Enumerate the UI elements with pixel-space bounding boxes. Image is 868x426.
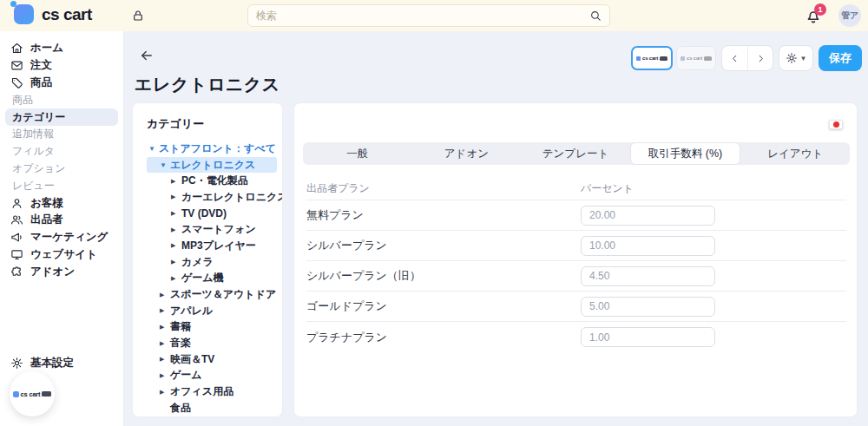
plan-label: シルバープラン xyxy=(306,238,581,253)
percent-input-5[interactable] xyxy=(581,327,715,347)
sidebar-subitem-categories[interactable]: カテゴリー xyxy=(5,108,118,126)
search-input[interactable] xyxy=(256,10,589,22)
triangle-right-icon[interactable]: ▶ xyxy=(171,242,181,249)
tab-commissions[interactable]: 取引手数料 (%) xyxy=(630,142,741,165)
next-button[interactable] xyxy=(747,46,773,70)
storefront-button-2[interactable]: cs cart xyxy=(676,46,716,70)
tree-item-label: ゲーム xyxy=(170,368,202,383)
percent-input-2[interactable] xyxy=(581,236,715,256)
tree-item[interactable]: 食品 xyxy=(147,400,282,416)
sidebar-item-label: アドオン xyxy=(30,265,75,279)
cscart-footer-logo[interactable]: cs cart xyxy=(10,371,55,416)
sidebar-subitem-filters[interactable]: フィルタ xyxy=(0,143,123,161)
triangle-right-icon[interactable]: ▶ xyxy=(160,356,170,363)
triangle-right-icon[interactable]: ▶ xyxy=(160,324,170,331)
settings-dropdown-button[interactable]: ▼ xyxy=(779,45,813,71)
tree-item-label: スマートフォン xyxy=(181,222,256,237)
tree-item-label: ゲーム機 xyxy=(181,271,224,285)
tree-item-label: 音楽 xyxy=(170,336,191,351)
tree-item[interactable]: ▶カーエレクトロニクス xyxy=(147,189,282,206)
triangle-right-icon[interactable]: ▶ xyxy=(160,292,170,298)
tree-item[interactable]: ▶ゲーム機 xyxy=(147,271,282,287)
tab-general[interactable]: 一般 xyxy=(303,142,412,165)
avatar[interactable]: 管ア xyxy=(838,4,861,27)
search-icon[interactable] xyxy=(589,10,602,22)
percent-input-1[interactable] xyxy=(581,206,715,226)
sidebar-item-marketing[interactable]: マーケティング xyxy=(0,229,123,246)
sidebar-item-label: ウェブサイト xyxy=(30,247,97,262)
triangle-right-icon[interactable]: ▶ xyxy=(160,389,170,396)
tab-addons[interactable]: アドオン xyxy=(412,142,522,165)
tree-item[interactable]: ▶MP3プレイヤー xyxy=(147,238,282,254)
tree-item-label: 書籍 xyxy=(170,319,191,334)
sidebar-item-settings[interactable]: 基本設定 xyxy=(0,354,123,371)
sidebar-item-orders[interactable]: 注文 xyxy=(0,57,123,75)
tree-item[interactable]: ▶カメラ xyxy=(147,254,282,271)
tab-layout[interactable]: レイアウト xyxy=(740,142,850,165)
sidebar-subitem-reviews[interactable]: レビュー xyxy=(0,177,123,194)
sidebar-item-vendors[interactable]: 出品者 xyxy=(0,212,123,229)
sidebar-item-customers[interactable]: お客様 xyxy=(0,194,123,212)
percent-input-4[interactable] xyxy=(581,297,715,317)
tree-item[interactable]: ▶アパレル xyxy=(147,303,282,319)
sidebar-subitem-additional[interactable]: 追加情報 xyxy=(0,126,123,143)
japan-flag-language-icon[interactable] xyxy=(829,120,843,129)
prev-button[interactable] xyxy=(722,46,747,70)
triangle-down-icon[interactable]: ▼ xyxy=(160,161,170,169)
triangle-right-icon[interactable]: ▶ xyxy=(171,178,181,185)
tree-item-label: MP3プレイヤー xyxy=(181,239,256,253)
commission-row: プラチナプラン xyxy=(306,322,846,352)
storefront-button-1[interactable]: cs cart xyxy=(631,46,673,70)
sidebar-item-home[interactable]: ホーム xyxy=(0,40,123,57)
notifications-button[interactable]: 1 xyxy=(804,7,823,26)
triangle-right-icon[interactable]: ▶ xyxy=(171,193,181,200)
triangle-right-icon[interactable]: ▶ xyxy=(171,275,181,282)
search-box[interactable] xyxy=(247,4,610,27)
storefront-button-label: cs cart xyxy=(642,56,658,61)
back-button[interactable] xyxy=(139,48,155,63)
tree-item[interactable]: ▶ゲーム xyxy=(147,368,282,384)
gear-icon xyxy=(786,52,798,64)
tree-item[interactable]: ▶音楽 xyxy=(147,335,282,351)
triangle-down-icon[interactable]: ▼ xyxy=(148,145,159,153)
tree-item[interactable]: ▶TV (DVD) xyxy=(147,206,282,222)
tree-item[interactable]: ▶映画＆TV xyxy=(147,351,282,368)
category-panel-title: カテゴリー xyxy=(147,116,282,132)
cscart-logo[interactable]: cs cart xyxy=(14,4,92,24)
triangle-right-icon[interactable]: ▶ xyxy=(160,340,170,347)
tree-item-label: オフィス用品 xyxy=(170,384,233,399)
sidebar-item-products[interactable]: 商品 xyxy=(0,75,123,92)
save-button[interactable]: 保存 xyxy=(819,45,862,71)
tree-item[interactable]: ▶PC・電化製品 xyxy=(147,173,282,189)
tree-item[interactable]: ▶スマートフォン xyxy=(147,221,282,238)
triangle-right-icon[interactable]: ▶ xyxy=(171,259,181,265)
users-icon xyxy=(10,213,23,226)
column-header-percent: パーセント xyxy=(581,181,634,200)
sidebar-item-label: 注文 xyxy=(30,58,52,73)
tab-templates[interactable]: テンプレート xyxy=(521,142,630,165)
lock-icon[interactable] xyxy=(131,9,145,23)
tree-item[interactable]: ▶オフィス用品 xyxy=(147,383,282,400)
tree-item[interactable]: ▶書籍 xyxy=(147,319,282,336)
sidebar-subitem-options[interactable]: オプション xyxy=(0,161,123,178)
sidebar-subitem-products-sub[interactable]: 商品 xyxy=(0,91,123,108)
sidebar-item-label: マーケティング xyxy=(30,230,108,245)
tree-item-label: カメラ xyxy=(181,255,214,270)
percent-input-3[interactable] xyxy=(581,266,715,286)
notification-badge: 1 xyxy=(814,3,826,16)
sidebar-item-website[interactable]: ウェブサイト xyxy=(0,246,123,264)
sidebar-item-addons[interactable]: アドオン xyxy=(0,263,123,280)
tag-icon xyxy=(10,76,23,89)
tree-item[interactable]: ▼ストアフロント：すべて（共通カテゴリー） xyxy=(147,141,282,157)
category-tree-panel: カテゴリー ▼ストアフロント：すべて（共通カテゴリー）▼エレクトロニクス▶PC・… xyxy=(132,102,283,417)
tree-item[interactable]: ▼エレクトロニクス xyxy=(147,157,277,174)
tree-item[interactable]: ▶スポーツ＆アウトドア xyxy=(147,286,282,303)
triangle-right-icon[interactable]: ▶ xyxy=(171,226,181,233)
editor-tabs: 一般アドオンテンプレート取引手数料 (%)レイアウト xyxy=(303,142,850,165)
triangle-right-icon[interactable]: ▶ xyxy=(171,210,181,217)
triangle-right-icon[interactable]: ▶ xyxy=(160,307,170,314)
cscart-logo-dot xyxy=(10,1,16,7)
tree-item-label: アパレル xyxy=(170,304,213,318)
triangle-right-icon[interactable]: ▶ xyxy=(160,372,170,379)
page-toolbar: cs cartcs cart ▼ 保存 xyxy=(631,45,862,71)
